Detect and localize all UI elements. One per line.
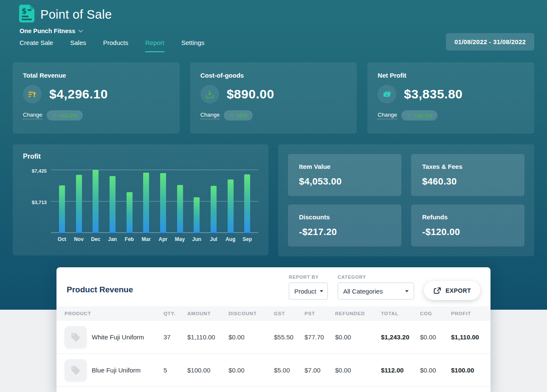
plot-area <box>51 167 258 233</box>
report-by-label: REPORT BY <box>289 274 328 280</box>
column-header-gst: GST <box>274 311 305 316</box>
stat-value: $3,835.80 <box>404 87 462 101</box>
summary-value: -$120.00 <box>422 227 513 238</box>
bar-nov <box>76 175 82 233</box>
summary-value: -$217.20 <box>299 227 390 238</box>
change-label[interactable]: Change <box>378 112 397 119</box>
nav-tab-settings[interactable]: Settings <box>181 39 204 52</box>
change-badge: ↗+43.3% <box>47 110 83 120</box>
middle-row: Profit $7,425$3,713 OctNovDecJanFebMarAp… <box>13 144 534 256</box>
x-axis-label: Oct <box>54 236 70 242</box>
product-image-placeholder <box>65 326 87 348</box>
stat-card-total-revenue: Total Revenue $4,296.10 Change <box>13 62 180 134</box>
nav-tab-create-sale[interactable]: Create Sale <box>20 39 53 52</box>
summary-card-item-value: Item Value$4,053.00 <box>288 154 401 196</box>
caret-down-icon <box>405 290 409 292</box>
bar-dec <box>93 170 99 233</box>
chart-title: Profit <box>23 153 258 160</box>
x-axis-label: Nov <box>70 236 87 242</box>
bar-jun <box>194 197 200 233</box>
stat-label: Cost-of-goods <box>200 72 347 79</box>
summary-card-taxes-fees: Taxes & Fees$460.30 <box>411 154 524 196</box>
summary-card-refunds: Refunds-$120.00 <box>411 204 524 246</box>
x-axis-label: Jan <box>104 236 121 242</box>
summary-label: Refunds <box>422 213 513 221</box>
product-name: Blue Fuji Uniform <box>92 367 141 374</box>
caret-down-icon <box>320 290 323 292</box>
revenue-trend-icon <box>23 85 42 104</box>
cash-icon <box>378 85 396 104</box>
table-header: PRODUCTQTY.AMOUNTDISCOUNTGSTPSTREFUNDEDT… <box>56 306 491 321</box>
hero-section: $ Point of Sale One Punch Fitness Create… <box>0 0 547 310</box>
nav-tab-report[interactable]: Report <box>145 39 164 52</box>
product-revenue-header: Product Revenue REPORT BY Product CATEGO… <box>56 267 491 300</box>
table-body: White Fuji Uniform37$1,110.00$0.00$55.50… <box>56 321 491 387</box>
product-revenue-card: Product Revenue REPORT BY Product CATEGO… <box>56 267 491 392</box>
category-control: CATEGORY All Categories <box>338 274 414 300</box>
table-row[interactable]: White Fuji Uniform37$1,110.00$0.00$55.50… <box>56 321 491 354</box>
summary-label: Discounts <box>299 213 390 221</box>
stat-label: Net Profit <box>378 72 524 79</box>
category-select[interactable]: All Categories <box>338 283 414 300</box>
trend-up-icon: ↗ <box>52 112 56 119</box>
bar-may <box>177 185 183 233</box>
column-header-qty: QTY. <box>164 311 187 316</box>
stat-value: $4,296.10 <box>49 87 108 101</box>
cell-total: $112.00 <box>381 367 420 374</box>
bar-jan <box>110 176 116 233</box>
summary-value: $4,053.00 <box>299 176 390 187</box>
nav-tab-products[interactable]: Products <box>103 39 128 52</box>
date-range-button[interactable]: 01/08/2022 - 31/08/2022 <box>446 33 534 50</box>
app-root: $ Point of Sale One Punch Fitness Create… <box>0 0 547 392</box>
cell-product: Blue Fuji Uniform <box>65 359 164 381</box>
x-axis-label: May <box>172 236 189 242</box>
cell-discount: $0.00 <box>228 333 274 341</box>
stats-row: Total Revenue $4,296.10 Change <box>13 62 534 134</box>
cell-amount: $1,110.00 <box>187 333 228 341</box>
summary-panel: Item Value$4,053.00Taxes & Fees$460.30Di… <box>278 144 534 256</box>
trend-up-icon: ↗ <box>406 112 411 119</box>
y-axis: $7,425$3,713 <box>23 167 51 233</box>
report-by-control: REPORT BY Product <box>289 274 328 300</box>
change-label[interactable]: Change <box>200 112 220 119</box>
org-switcher[interactable]: One Punch Fitness <box>20 28 83 34</box>
summary-card-discounts: Discounts-$217.20 <box>288 204 401 246</box>
export-button[interactable]: EXPORT <box>424 281 480 300</box>
org-name: One Punch Fitness <box>20 28 75 34</box>
bar-apr <box>160 173 166 233</box>
change-badge: ↗+43.3% <box>401 110 437 120</box>
cell-qty: 37 <box>164 333 187 341</box>
cell-discount: $0.00 <box>228 367 274 374</box>
inventory-in-icon <box>200 85 219 104</box>
cell-cog: $0.00 <box>420 333 451 341</box>
column-header-refunded: REFUNDED <box>335 311 381 316</box>
category-label: CATEGORY <box>338 274 414 280</box>
product-image-placeholder <box>65 359 87 381</box>
x-axis-label: Mar <box>138 236 155 242</box>
column-header-product: PRODUCT <box>65 311 164 316</box>
x-axis-label: Sep <box>239 236 256 242</box>
cell-gst: $5.00 <box>274 367 305 374</box>
stat-value: $890.00 <box>227 87 274 101</box>
table-row[interactable]: Blue Fuji Uniform5$100.00$0.00$5.00$7.00… <box>56 354 491 387</box>
stat-card-cost-of-goods: Cost-of-goods $890.00 Change ↗+0% <box>190 62 357 134</box>
report-by-select[interactable]: Product <box>289 283 328 300</box>
cell-profit: $1,110.00 <box>451 333 491 341</box>
section-title: Product Revenue <box>67 285 289 294</box>
change-badge: ↗+0% <box>224 110 252 120</box>
change-label[interactable]: Change <box>23 112 42 119</box>
page-title: Point of Sale <box>40 8 112 22</box>
brand-header: $ Point of Sale One Punch Fitness <box>0 0 547 35</box>
x-axis-label: Jul <box>205 236 222 242</box>
x-axis-labels: OctNovDecJanFebMarAprMayJunJulAugSep <box>51 236 258 242</box>
export-icon <box>433 287 441 294</box>
column-header-profit: PROFIT <box>451 311 491 316</box>
x-axis-label: Aug <box>222 236 239 242</box>
nav-tab-sales[interactable]: Sales <box>70 39 86 52</box>
chevron-down-icon <box>78 29 83 33</box>
svg-text:$: $ <box>22 7 27 15</box>
cell-refunded: $0.00 <box>335 367 381 374</box>
y-axis-label: $7,425 <box>32 168 47 174</box>
y-axis-label: $3,713 <box>32 200 47 205</box>
cell-qty: 5 <box>164 367 187 374</box>
